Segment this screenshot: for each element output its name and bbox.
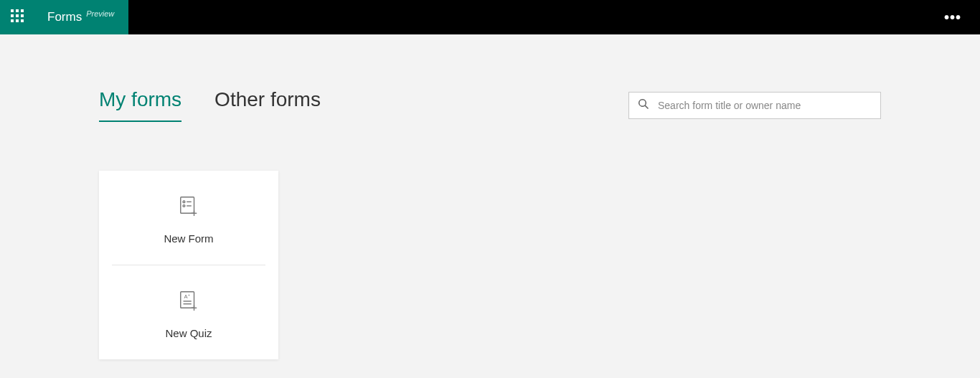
svg-rect-2 (21, 9, 24, 12)
search-box[interactable] (628, 92, 881, 119)
svg-point-10 (183, 201, 185, 203)
svg-rect-7 (16, 19, 19, 22)
svg-text:A: A (184, 293, 187, 300)
card-area: New Form A + New Quiz (99, 171, 881, 359)
tab-list: My forms Other forms (99, 89, 321, 122)
new-form-button[interactable]: New Form (99, 171, 278, 265)
top-row: My forms Other forms (99, 89, 881, 122)
more-options-button[interactable]: ••• (938, 0, 967, 34)
svg-rect-4 (16, 14, 19, 17)
tab-my-forms[interactable]: My forms (99, 89, 182, 122)
app-brand[interactable]: Forms Preview (34, 0, 128, 34)
new-quiz-label: New Quiz (165, 327, 212, 339)
svg-text:+: + (188, 293, 190, 297)
ellipsis-icon: ••• (944, 9, 961, 26)
preview-badge: Preview (86, 9, 114, 18)
svg-rect-5 (21, 14, 24, 17)
search-input[interactable] (658, 100, 872, 111)
svg-point-12 (183, 204, 185, 207)
app-name: Forms (47, 10, 82, 24)
svg-rect-1 (16, 9, 19, 12)
svg-rect-0 (11, 9, 14, 12)
tab-other-forms[interactable]: Other forms (215, 89, 321, 122)
search-icon (638, 98, 649, 113)
app-launcher-button[interactable] (0, 0, 34, 34)
waffle-icon (11, 9, 24, 25)
new-card: New Form A + New Quiz (99, 171, 278, 359)
svg-rect-3 (11, 14, 14, 17)
quiz-icon: A + (178, 290, 199, 314)
svg-rect-6 (11, 19, 14, 22)
app-header: Forms Preview ••• (0, 0, 980, 34)
new-form-label: New Form (164, 232, 213, 245)
main-content: My forms Other forms (0, 34, 980, 359)
form-icon (178, 195, 199, 219)
new-quiz-button[interactable]: A + New Quiz (99, 265, 278, 359)
svg-rect-8 (21, 19, 24, 22)
